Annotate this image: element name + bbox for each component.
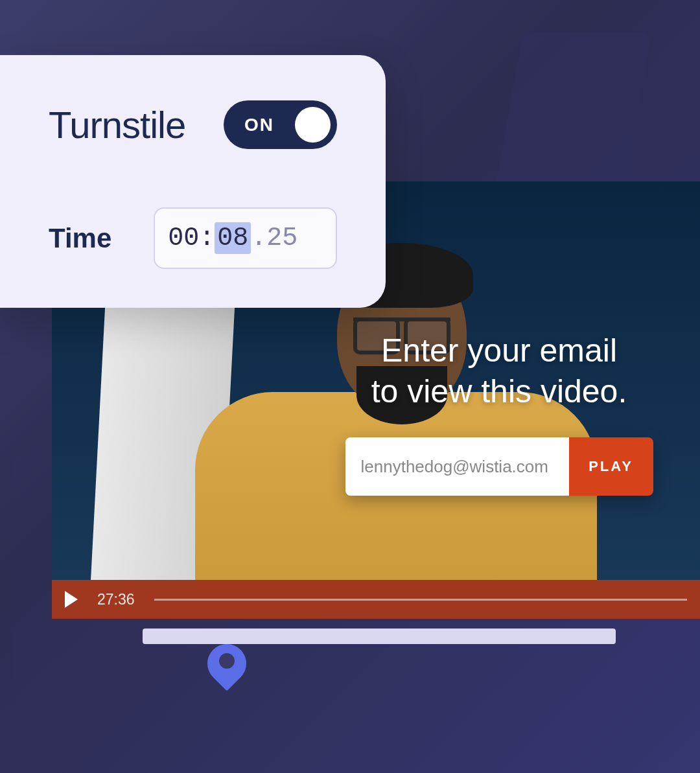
time-minutes: 00 [168, 224, 199, 253]
video-progress-bar[interactable] [154, 599, 687, 601]
prompt-line-2: to view this video. [371, 373, 627, 410]
email-gate-prompt: Enter your email to view this video. [272, 330, 700, 411]
time-input[interactable]: 00:08.25 [154, 207, 337, 269]
email-gate-overlay: Enter your email to view this video. len… [272, 330, 700, 496]
marker-hole [219, 653, 235, 669]
timeline-marker[interactable] [207, 639, 246, 687]
email-form: lennythedog@wistia.com PLAY [345, 437, 653, 496]
settings-title: Turnstile [49, 103, 185, 146]
video-controls-bar: 27:36 [52, 580, 700, 619]
email-placeholder-text: lennythedog@wistia.com [361, 457, 548, 477]
time-label: Time [49, 223, 111, 254]
video-duration: 27:36 [97, 591, 135, 608]
time-seconds: 08 [215, 222, 251, 254]
play-icon[interactable] [65, 591, 78, 608]
toggle-state-label: ON [244, 115, 274, 135]
play-button[interactable]: PLAY [569, 437, 653, 496]
toggle-knob [295, 107, 331, 143]
prompt-line-1: Enter your email [381, 332, 617, 369]
turnstile-toggle[interactable]: ON [224, 100, 337, 149]
email-input[interactable]: lennythedog@wistia.com [345, 437, 569, 496]
time-frames: 25 [266, 224, 298, 253]
turnstile-settings-card: Turnstile ON Time 00:08.25 [0, 55, 386, 308]
